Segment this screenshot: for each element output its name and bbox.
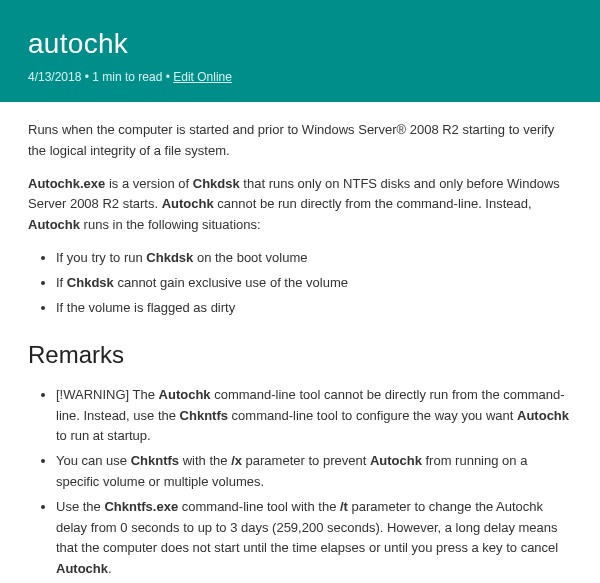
list-item: Use the Chkntfs.exe command-line tool wi… [56,497,572,580]
term-autochk: Autochk [28,217,80,232]
term-autochk: Autochk [159,387,211,402]
term-autochk: Autochk [56,561,108,576]
term-chkdsk: Chkdsk [146,250,193,265]
doc-title: autochk [28,28,572,60]
doc-date: 4/13/2018 [28,70,81,84]
edit-online-link[interactable]: Edit Online [173,70,232,84]
intro-paragraph-2: Autochk.exe is a version of Chkdsk that … [28,174,572,236]
term-autochk: Autochk [162,196,214,211]
doc-body: Runs when the computer is started and pr… [0,102,600,583]
param-t: /t [340,499,348,514]
term-autochk: Autochk [370,453,422,468]
term-autochk-exe: Autochk.exe [28,176,105,191]
term-autochk: Autochk [517,408,569,423]
term-chkdsk: Chkdsk [193,176,240,191]
list-item: You can use Chkntfs with the /x paramete… [56,451,572,493]
term-chkntfs-exe: Chkntfs.exe [104,499,178,514]
doc-readtime: 1 min to read [92,70,162,84]
param-x: /x [231,453,242,468]
doc-header: autochk 4/13/2018 • 1 min to read • Edit… [0,0,600,102]
list-item: If you try to run Chkdsk on the boot vol… [56,248,572,269]
list-item: [!WARNING] The Autochk command-line tool… [56,385,572,447]
term-chkntfs: Chkntfs [131,453,179,468]
doc-meta: 4/13/2018 • 1 min to read • Edit Online [28,70,572,84]
intro-paragraph-1: Runs when the computer is started and pr… [28,120,572,162]
list-item: If the volume is flagged as dirty [56,298,572,319]
term-chkdsk: Chkdsk [67,275,114,290]
remarks-heading: Remarks [28,336,572,374]
term-chkntfs: Chkntfs [180,408,228,423]
remarks-list: [!WARNING] The Autochk command-line tool… [28,385,572,580]
situations-list: If you try to run Chkdsk on the boot vol… [28,248,572,318]
list-item: If Chkdsk cannot gain exclusive use of t… [56,273,572,294]
